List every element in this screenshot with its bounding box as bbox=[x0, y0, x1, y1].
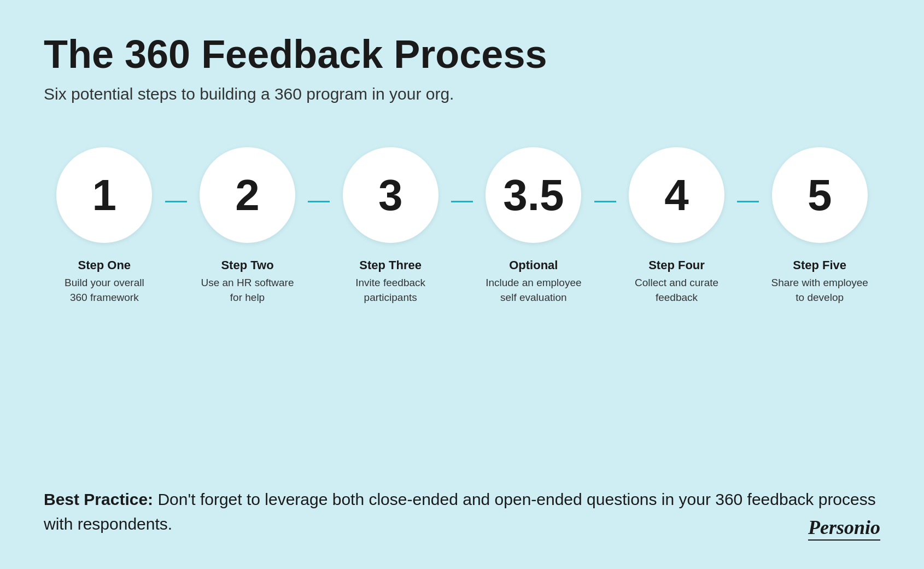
step-1-label: Step OneBuild your overall 360 framework bbox=[55, 258, 154, 305]
step-6-circle: 5 bbox=[772, 147, 868, 243]
step-3-wrapper: 3Step ThreeInvite feedback participants bbox=[330, 147, 451, 305]
connector-1 bbox=[165, 201, 187, 202]
connector-3 bbox=[451, 201, 473, 202]
best-practice-bold: Best Practice: bbox=[44, 490, 153, 508]
step-3-title: Step Three bbox=[341, 258, 440, 272]
connector-4 bbox=[594, 201, 616, 202]
connector-2 bbox=[308, 201, 330, 202]
page-subtitle: Six potential steps to building a 360 pr… bbox=[44, 85, 880, 103]
step-2-title: Step Two bbox=[198, 258, 297, 272]
step-5-wrapper: 4Step FourCollect and curate feedback bbox=[616, 147, 738, 305]
step-6-desc: Share with employee to develop bbox=[770, 276, 869, 305]
step-2-desc: Use an HR software for help bbox=[198, 276, 297, 305]
main-container: The 360 Feedback Process Six potential s… bbox=[0, 0, 924, 569]
step-4-label: OptionalInclude an employee self evaluat… bbox=[484, 258, 583, 305]
step-4-desc: Include an employee self evaluation bbox=[484, 276, 583, 305]
steps-row: 1Step OneBuild your overall 360 framewor… bbox=[44, 147, 880, 305]
best-practice-text: Don't forget to leverage both close-ende… bbox=[44, 490, 876, 533]
step-6-title: Step Five bbox=[770, 258, 869, 272]
best-practice-section: Best Practice: Don't forget to leverage … bbox=[44, 487, 880, 536]
step-1-title: Step One bbox=[55, 258, 154, 272]
step-2-label: Step TwoUse an HR software for help bbox=[198, 258, 297, 305]
step-1-desc: Build your overall 360 framework bbox=[55, 276, 154, 305]
step-5-title: Step Four bbox=[628, 258, 726, 272]
step-4-circle: 3.5 bbox=[486, 147, 581, 243]
logo-text: Personio bbox=[808, 516, 880, 541]
step-5-circle: 4 bbox=[629, 147, 724, 243]
step-1-wrapper: 1Step OneBuild your overall 360 framewor… bbox=[44, 147, 165, 305]
step-4-wrapper: 3.5OptionalInclude an employee self eval… bbox=[473, 147, 594, 305]
step-3-circle: 3 bbox=[343, 147, 438, 243]
personio-logo: Personio bbox=[808, 516, 880, 539]
step-1-circle: 1 bbox=[56, 147, 152, 243]
step-2-wrapper: 2Step TwoUse an HR software for help bbox=[187, 147, 308, 305]
connector-5 bbox=[737, 201, 759, 202]
step-3-desc: Invite feedback participants bbox=[341, 276, 440, 305]
steps-section: 1Step OneBuild your overall 360 framewor… bbox=[44, 147, 880, 465]
step-5-label: Step FourCollect and curate feedback bbox=[628, 258, 726, 305]
step-5-desc: Collect and curate feedback bbox=[628, 276, 726, 305]
step-6-wrapper: 5Step FiveShare with employee to develop bbox=[759, 147, 880, 305]
step-6-label: Step FiveShare with employee to develop bbox=[770, 258, 869, 305]
step-4-title: Optional bbox=[484, 258, 583, 272]
step-3-label: Step ThreeInvite feedback participants bbox=[341, 258, 440, 305]
page-title: The 360 Feedback Process bbox=[44, 33, 880, 76]
step-2-circle: 2 bbox=[200, 147, 295, 243]
